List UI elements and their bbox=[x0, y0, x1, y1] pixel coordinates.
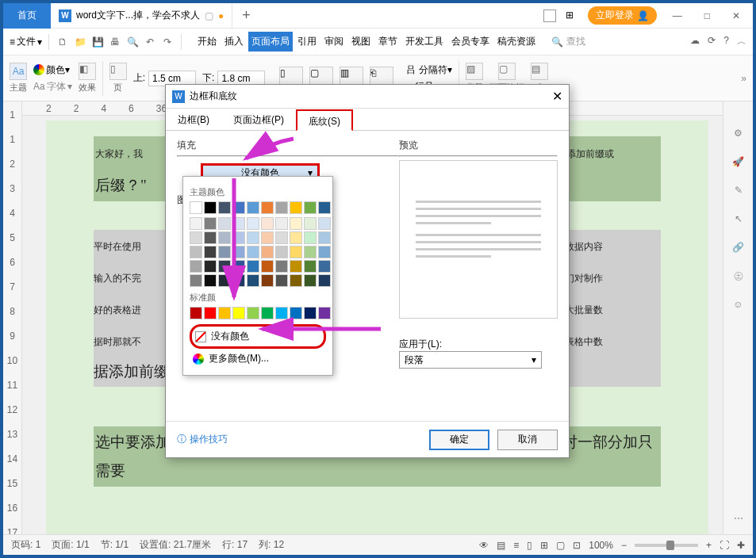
view-icon-2[interactable]: ≡ bbox=[513, 540, 519, 551]
settings-icon[interactable]: ⚙ bbox=[731, 125, 746, 141]
color-swatch[interactable] bbox=[204, 274, 217, 287]
preview-icon[interactable]: 🔍 bbox=[125, 35, 140, 49]
zoom-slider[interactable] bbox=[635, 544, 698, 547]
separator-dropdown[interactable]: 吕 分隔符▾ bbox=[406, 63, 451, 77]
color-swatch[interactable] bbox=[275, 201, 288, 214]
color-swatch[interactable] bbox=[304, 246, 317, 258]
effect-group[interactable]: ◧ 效果 bbox=[79, 63, 96, 94]
close-button[interactable]: ✕ bbox=[726, 7, 746, 25]
color-swatch[interactable] bbox=[232, 307, 245, 319]
view-icon-4[interactable]: ⊞ bbox=[540, 540, 548, 551]
color-swatch[interactable] bbox=[290, 231, 302, 244]
color-swatch[interactable] bbox=[290, 201, 302, 214]
search-box[interactable]: 🔍 查找 bbox=[551, 35, 585, 48]
color-swatch[interactable] bbox=[290, 274, 302, 287]
maximize-button[interactable]: □ bbox=[698, 7, 716, 25]
zoom-out-button[interactable]: − bbox=[621, 540, 627, 551]
color-swatch[interactable] bbox=[190, 307, 202, 319]
menu-item[interactable]: 开发工具 bbox=[402, 32, 447, 52]
color-swatch[interactable] bbox=[204, 201, 217, 214]
color-swatch[interactable] bbox=[304, 201, 317, 214]
color-swatch[interactable] bbox=[290, 260, 302, 273]
open-icon[interactable]: 📁 bbox=[73, 35, 87, 49]
color-swatch[interactable] bbox=[247, 201, 259, 214]
redo-icon[interactable]: ↷ bbox=[160, 35, 175, 49]
emoji-icon[interactable]: ☺ bbox=[731, 296, 746, 312]
color-swatch[interactable] bbox=[318, 274, 331, 287]
color-swatch[interactable] bbox=[190, 231, 202, 244]
tab-shading[interactable]: 底纹(S) bbox=[296, 109, 353, 131]
login-button[interactable]: 立即登录 👤 bbox=[588, 6, 657, 25]
color-swatch[interactable] bbox=[275, 274, 288, 287]
color-swatch[interactable] bbox=[275, 246, 288, 258]
cursor-icon[interactable]: ↖ bbox=[731, 211, 746, 227]
eye-icon[interactable]: 👁 bbox=[479, 540, 489, 551]
color-swatch[interactable] bbox=[261, 217, 274, 230]
color-dropdown[interactable]: 颜色▾ bbox=[33, 63, 72, 77]
undo-icon[interactable]: ↶ bbox=[143, 35, 157, 49]
color-swatch[interactable] bbox=[261, 260, 274, 273]
color-swatch[interactable] bbox=[204, 260, 217, 273]
print-icon[interactable]: 🖶 bbox=[108, 35, 122, 49]
color-swatch[interactable] bbox=[190, 201, 202, 214]
color-swatch[interactable] bbox=[318, 201, 331, 214]
expand-icon[interactable]: ✚ bbox=[737, 540, 745, 551]
menu-item[interactable]: 页面布局 bbox=[248, 32, 293, 52]
menu-item[interactable]: 审阅 bbox=[321, 32, 347, 52]
color-swatch[interactable] bbox=[261, 231, 274, 244]
layout-icon-1[interactable] bbox=[543, 10, 556, 22]
sync-icon[interactable]: ⟳ bbox=[708, 35, 716, 48]
zoom-label[interactable]: 100% bbox=[589, 540, 613, 551]
status-page-no[interactable]: 页码: 1 bbox=[11, 538, 40, 552]
theme-group[interactable]: Aa 主题 bbox=[10, 63, 27, 94]
color-swatch[interactable] bbox=[204, 307, 217, 319]
status-page[interactable]: 页面: 1/1 bbox=[52, 538, 89, 552]
tips-link[interactable]: ⓘ 操作技巧 bbox=[177, 433, 228, 446]
document-tab[interactable]: W word文字下...掉，学会不求人 ▢ ● bbox=[51, 3, 232, 29]
view-icon-1[interactable]: ▤ bbox=[497, 540, 505, 551]
menu-collapse-icon[interactable]: ︿ bbox=[737, 35, 746, 48]
menu-item[interactable]: 章节 bbox=[375, 32, 401, 52]
ribbon-expand-icon[interactable]: » bbox=[741, 73, 746, 84]
color-swatch[interactable] bbox=[204, 231, 217, 244]
color-swatch[interactable] bbox=[190, 217, 202, 230]
link-icon[interactable]: 🔗 bbox=[731, 239, 746, 255]
tab-screen-icon[interactable]: ▢ bbox=[205, 10, 213, 21]
ok-button[interactable]: 确定 bbox=[429, 430, 489, 450]
menu-item[interactable]: 插入 bbox=[221, 32, 247, 52]
menu-item[interactable]: 会员专享 bbox=[448, 32, 493, 52]
dialog-close-button[interactable]: ✕ bbox=[552, 89, 562, 104]
color-swatch[interactable] bbox=[318, 217, 331, 230]
menu-item[interactable]: 稿壳资源 bbox=[494, 32, 539, 52]
color-swatch[interactable] bbox=[247, 231, 259, 244]
color-swatch[interactable] bbox=[261, 246, 274, 258]
color-swatch[interactable] bbox=[290, 217, 302, 230]
color-swatch[interactable] bbox=[275, 217, 288, 230]
menu-item[interactable]: 开始 bbox=[194, 32, 220, 52]
menu-item[interactable]: 视图 bbox=[348, 32, 374, 52]
apply-to-dropdown[interactable]: 段落 bbox=[399, 351, 542, 369]
color-swatch[interactable] bbox=[261, 201, 274, 214]
color-swatch[interactable] bbox=[304, 260, 317, 273]
color-swatch[interactable] bbox=[247, 274, 259, 287]
page-group[interactable]: ▯ 页 bbox=[109, 63, 127, 94]
color-swatch[interactable] bbox=[275, 231, 288, 244]
layout-icon-2[interactable]: ⊞ bbox=[566, 10, 578, 22]
file-menu[interactable]: ≡ 文件 ▾ bbox=[10, 35, 42, 48]
more-colors-option[interactable]: 更多颜色(M)... bbox=[190, 349, 326, 369]
zoom-in-button[interactable]: + bbox=[706, 540, 712, 551]
color-swatch[interactable] bbox=[275, 260, 288, 273]
translate-icon[interactable]: ㊏ bbox=[731, 268, 746, 284]
tab-dot-icon[interactable]: ● bbox=[218, 10, 224, 21]
pen-icon[interactable]: ✎ bbox=[731, 182, 746, 198]
color-swatch[interactable] bbox=[318, 260, 331, 273]
color-swatch[interactable] bbox=[247, 217, 259, 230]
color-swatch[interactable] bbox=[204, 246, 217, 258]
view-icon-5[interactable]: ▢ bbox=[556, 540, 565, 551]
color-swatch[interactable] bbox=[290, 246, 302, 258]
new-icon[interactable]: 🗋 bbox=[56, 35, 70, 49]
cancel-button[interactable]: 取消 bbox=[497, 430, 558, 450]
color-swatch[interactable] bbox=[190, 246, 202, 258]
more-icon[interactable]: ⋯ bbox=[731, 510, 746, 526]
save-icon[interactable]: 💾 bbox=[90, 35, 105, 49]
